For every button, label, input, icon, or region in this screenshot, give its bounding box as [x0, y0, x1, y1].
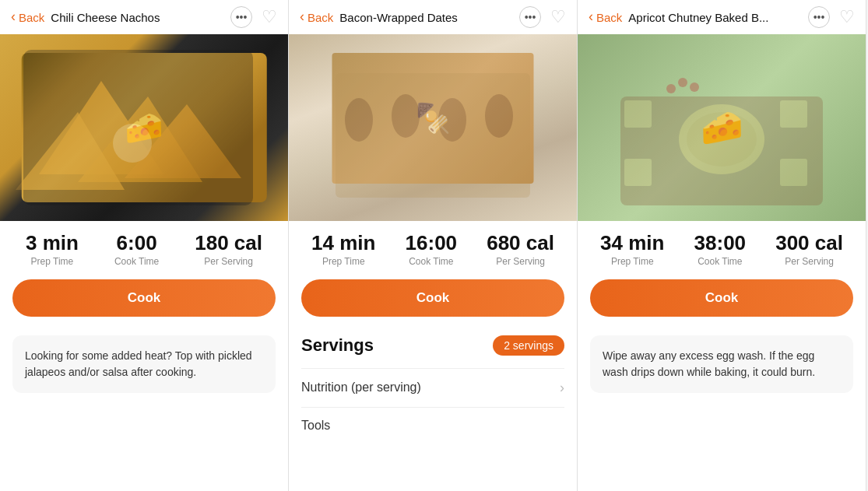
header-apricot: ‹ Back Apricot Chutney Baked B... ••• ♡ — [578, 0, 866, 34]
content-area-apricot: Wipe away any excess egg wash. If the eg… — [578, 326, 866, 491]
content-area-bacon: Servings 2 servings Nutrition (per servi… — [289, 326, 577, 491]
cook-time-label-bacon: Cook Time — [409, 256, 453, 267]
cook-time-value-apricot: 38:00 — [694, 232, 747, 254]
back-arrow-icon-bacon: ‹ — [300, 9, 304, 25]
panel-apricot: ‹ Back Apricot Chutney Baked B... ••• ♡ … — [578, 0, 866, 491]
svg-point-5 — [113, 124, 152, 163]
svg-rect-14 — [624, 100, 652, 128]
favorite-button-bacon[interactable]: ♡ — [550, 7, 566, 27]
nutrition-row[interactable]: Nutrition (per serving) › — [301, 368, 564, 407]
svg-point-8 — [392, 94, 420, 138]
back-button-nachos[interactable]: ‹ Back — [11, 9, 44, 25]
more-icon-apricot: ••• — [814, 11, 825, 23]
svg-point-9 — [438, 98, 466, 142]
back-label-bacon: Back — [307, 11, 333, 24]
heart-icon-apricot: ♡ — [839, 7, 855, 27]
svg-point-19 — [678, 78, 687, 87]
calories-stat-nachos: 180 cal Per Serving — [195, 232, 262, 267]
favorite-button-nachos[interactable]: ♡ — [262, 7, 277, 27]
nachos-overlay — [0, 34, 288, 221]
content-area-nachos: Looking for some added heat? Top with pi… — [0, 326, 288, 491]
tip-box-apricot: Wipe away any excess egg wash. If the eg… — [590, 335, 853, 393]
cook-time-label: Cook Time — [114, 256, 159, 267]
bacon-overlay — [289, 34, 577, 221]
calories-label-apricot: Per Serving — [785, 256, 834, 267]
more-icon: ••• — [236, 11, 248, 23]
prep-time-label-bacon: Prep Time — [322, 256, 365, 267]
tip-box-nachos: Looking for some added heat? Top with pi… — [12, 335, 276, 393]
cook-time-value-bacon: 16:00 — [406, 232, 458, 254]
food-image-bacon: 🍢 — [289, 34, 577, 221]
back-label-apricot: Back — [596, 11, 622, 24]
prep-time-stat-bacon: 14 min Prep Time — [311, 232, 375, 267]
food-image-apricot: 🧀 — [578, 34, 866, 221]
cook-button-nachos[interactable]: Cook — [12, 279, 276, 317]
nutrition-label: Nutrition (per serving) — [301, 381, 421, 395]
apricot-overlay — [578, 34, 866, 221]
cook-time-value: 6:00 — [117, 232, 157, 254]
stats-row-apricot: 34 min Prep Time 38:00 Cook Time 300 cal… — [578, 221, 866, 275]
prep-time-label: Prep Time — [31, 256, 74, 267]
panel-title-nachos: Chili Cheese Nachos — [51, 11, 224, 24]
calories-value-bacon: 680 cal — [487, 232, 554, 254]
cook-time-stat-nachos: 6:00 Cook Time — [114, 232, 159, 267]
svg-point-13 — [687, 112, 757, 167]
prep-time-value: 3 min — [26, 232, 79, 254]
calories-label-bacon: Per Serving — [496, 256, 545, 267]
panel-bacon: ‹ Back Bacon-Wrapped Dates ••• ♡ 🍢 14 mi… — [289, 0, 578, 491]
header-icons-nachos: ••• ♡ — [230, 6, 277, 28]
prep-time-value-apricot: 34 min — [600, 232, 664, 254]
more-options-button-nachos[interactable]: ••• — [230, 6, 252, 28]
header-icons-bacon: ••• ♡ — [519, 6, 566, 28]
cook-button-apricot[interactable]: Cook — [590, 279, 853, 317]
header-icons-apricot: ••• ♡ — [808, 6, 855, 28]
stats-row-bacon: 14 min Prep Time 16:00 Cook Time 680 cal… — [289, 221, 577, 275]
cook-time-stat-bacon: 16:00 Cook Time — [406, 232, 458, 267]
svg-point-20 — [690, 82, 699, 92]
tools-label: Tools — [301, 419, 330, 433]
back-label: Back — [19, 11, 44, 24]
chevron-right-icon-nutrition: › — [560, 380, 564, 396]
calories-value-apricot: 300 cal — [775, 232, 843, 254]
stats-row-nachos: 3 min Prep Time 6:00 Cook Time 180 cal P… — [0, 221, 288, 275]
servings-label: Servings — [301, 335, 374, 356]
tip-text-nachos: Looking for some added heat? Top with pi… — [25, 349, 252, 378]
cook-time-label-apricot: Cook Time — [698, 256, 742, 267]
back-button-bacon[interactable]: ‹ Back — [300, 9, 333, 25]
prep-time-label-apricot: Prep Time — [611, 256, 654, 267]
more-options-button-bacon[interactable]: ••• — [519, 6, 541, 28]
svg-point-18 — [666, 84, 676, 93]
svg-point-7 — [345, 98, 373, 142]
header-nachos: ‹ Back Chili Cheese Nachos ••• ♡ — [0, 0, 288, 34]
heart-icon: ♡ — [262, 7, 277, 27]
back-arrow-icon: ‹ — [11, 9, 16, 25]
svg-rect-15 — [780, 100, 807, 128]
servings-badge[interactable]: 2 servings — [493, 335, 564, 356]
cook-button-bacon[interactable]: Cook — [301, 279, 564, 317]
cook-time-stat-apricot: 38:00 Cook Time — [694, 232, 747, 267]
panel-title-apricot: Apricot Chutney Baked B... — [628, 11, 802, 24]
panel-nachos: ‹ Back Chili Cheese Nachos ••• ♡ 🧀 — [0, 0, 289, 491]
svg-rect-16 — [624, 159, 652, 186]
heart-icon-bacon: ♡ — [550, 7, 566, 27]
prep-time-stat-nachos: 3 min Prep Time — [26, 232, 79, 267]
svg-rect-17 — [780, 159, 807, 186]
back-arrow-icon-apricot: ‹ — [589, 9, 593, 25]
calories-stat-bacon: 680 cal Per Serving — [487, 232, 554, 267]
header-bacon: ‹ Back Bacon-Wrapped Dates ••• ♡ — [289, 0, 577, 34]
back-button-apricot[interactable]: ‹ Back — [589, 9, 622, 25]
prep-time-value-bacon: 14 min — [311, 232, 375, 254]
tools-row[interactable]: Tools — [301, 407, 564, 444]
panel-title-bacon: Bacon-Wrapped Dates — [339, 11, 513, 24]
more-options-button-apricot[interactable]: ••• — [808, 6, 830, 28]
tip-text-apricot: Wipe away any excess egg wash. If the eg… — [603, 349, 815, 378]
svg-point-10 — [485, 94, 513, 138]
food-image-nachos: 🧀 — [0, 34, 288, 221]
servings-row: Servings 2 servings — [301, 335, 564, 356]
calories-label: Per Serving — [204, 256, 253, 267]
favorite-button-apricot[interactable]: ♡ — [839, 7, 855, 27]
calories-stat-apricot: 300 cal Per Serving — [775, 232, 843, 267]
prep-time-stat-apricot: 34 min Prep Time — [600, 232, 664, 267]
more-icon-bacon: ••• — [525, 11, 536, 23]
calories-value: 180 cal — [195, 232, 262, 254]
